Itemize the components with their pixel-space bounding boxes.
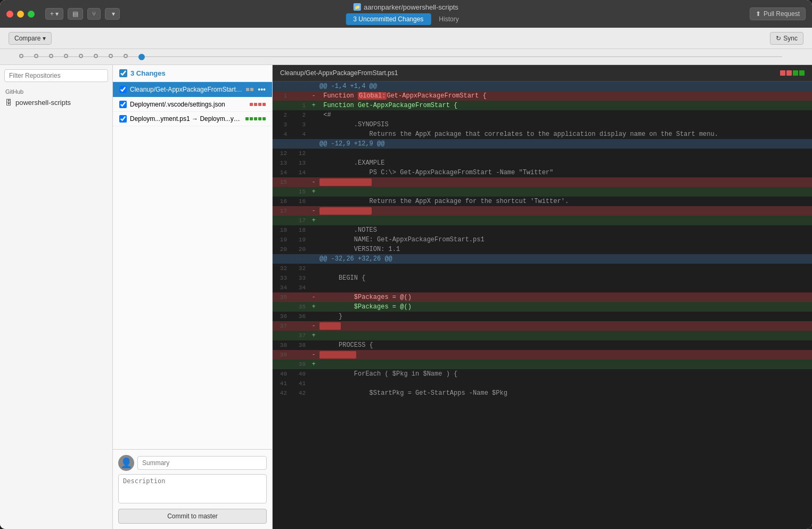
- line-marker: +: [310, 302, 317, 312]
- description-textarea[interactable]: [118, 474, 267, 503]
- sync-button[interactable]: ↻ Sync: [770, 32, 803, 45]
- line-content: [317, 283, 812, 292]
- line-marker: [310, 379, 317, 388]
- app-window: + ▾ ▤ ⑂ ▾ 📁 aaronparker/powershell-scrip…: [0, 0, 812, 529]
- repo-name: aaronparker/powershell-scripts: [364, 3, 458, 11]
- line-num-new: 18: [291, 225, 310, 235]
- diff-line: 1313 .EXAMPLE: [273, 158, 812, 168]
- diff-line: 3434: [273, 283, 812, 292]
- changes-panel: 3 Changes Cleanup/Get-AppxPackageFromSta…: [113, 65, 273, 529]
- line-num-old: 1: [273, 91, 291, 101]
- line-marker: [310, 197, 317, 206]
- commit-button[interactable]: Commit to master: [118, 509, 267, 524]
- change-item-1-name: Cleanup/Get-AppxPackageFromStart.ps1: [130, 86, 243, 93]
- add-button[interactable]: + ▾: [45, 8, 63, 20]
- tab-bar: 3 Uncommitted Changes History: [346, 13, 466, 25]
- line-marker: -: [310, 350, 317, 360]
- change-item-2[interactable]: Deployment/.vscode/settings.json: [113, 97, 272, 112]
- tab-history[interactable]: History: [431, 13, 466, 25]
- line-num-old: 33: [273, 273, 291, 283]
- diff-content[interactable]: ······@@ -1,4 +1,4 @@1- Function Global:…: [273, 82, 812, 529]
- line-num-new: 35: [291, 302, 310, 312]
- maximize-button[interactable]: [28, 11, 35, 18]
- compare-button[interactable]: Compare ▾: [9, 32, 52, 45]
- line-marker: [310, 388, 317, 398]
- main-area: GitHub 🗄 powershell-scripts 3 Changes Cl…: [0, 65, 812, 529]
- close-button[interactable]: [6, 11, 13, 18]
- sidebar-toggle-button[interactable]: ▤: [68, 8, 83, 20]
- line-num-new: 17: [291, 216, 310, 225]
- line-content: [317, 331, 812, 340]
- titlebar-center: 📁 aaronparker/powershell-scripts 3 Uncom…: [346, 3, 466, 25]
- line-num-old: 40: [273, 369, 291, 379]
- pull-request-button[interactable]: ⬆ Pull Request: [750, 7, 806, 20]
- line-num-new: [291, 91, 310, 101]
- line-content: [317, 149, 812, 158]
- line-num-old: [273, 101, 291, 110]
- change-item-3-dots: [245, 117, 266, 120]
- filter-repositories-input[interactable]: [4, 69, 108, 82]
- line-marker: [310, 245, 317, 254]
- line-content: Function Get-AppxPackageFromStart {: [317, 101, 812, 110]
- diff-line: 1- Function Global:Get-AppxPackageFromSt…: [273, 91, 812, 101]
- line-marker: [310, 158, 317, 168]
- change-item-2-checkbox[interactable]: [119, 101, 127, 108]
- diff-view-icons: [780, 70, 805, 76]
- sidebar-item-repo[interactable]: 🗄 powershell-scripts: [0, 96, 112, 109]
- change-item-3-checkbox[interactable]: [119, 115, 127, 123]
- line-num-new: 3: [291, 120, 310, 129]
- line-content: [317, 350, 812, 360]
- line-num-old: [273, 302, 291, 312]
- change-item-1[interactable]: Cleanup/Get-AppxPackageFromStart.ps1 •••: [113, 82, 272, 97]
- line-num-new: 2: [291, 110, 310, 120]
- line-content: $Packages = @(): [317, 302, 812, 312]
- branch-selector[interactable]: ▾: [105, 8, 120, 20]
- line-num-new: [291, 350, 310, 360]
- change-item-3[interactable]: Deploym...yment.ps1 → Deploym...yment.ps…: [113, 112, 272, 126]
- branch-bar: [0, 49, 812, 65]
- line-num-old: 32: [273, 264, 291, 273]
- line-num-new: 1: [291, 101, 310, 110]
- summary-input[interactable]: [137, 456, 267, 470]
- diff-line: 15-: [273, 177, 812, 187]
- commit-area: 👤 Commit to master: [113, 449, 272, 529]
- branch-switch-button[interactable]: ⑂: [87, 8, 101, 20]
- change-item-1-checkbox[interactable]: [119, 86, 127, 93]
- line-content: [317, 216, 812, 225]
- changes-count: 3 Changes: [130, 69, 166, 77]
- diff-view-icon-3: [793, 70, 798, 76]
- timeline-dot-4: [64, 54, 68, 58]
- line-num-new: 33: [291, 273, 310, 283]
- line-num-old: 2: [273, 110, 291, 120]
- diff-line: 2020 VERSION: 1.1: [273, 245, 812, 254]
- minimize-button[interactable]: [17, 11, 24, 18]
- line-content: .NOTES: [317, 225, 812, 235]
- diff-line: ······@@ -12,9 +12,9 @@: [273, 139, 812, 149]
- change-item-2-name: Deployment/.vscode/settings.json: [130, 101, 247, 108]
- compare-toolbar: Compare ▾ ↻ Sync: [0, 28, 812, 49]
- line-content: Function Global:Get-AppxPackageFromStart…: [317, 91, 812, 101]
- line-num-new: 12: [291, 149, 310, 158]
- diff-line: 17+: [273, 216, 812, 225]
- select-all-checkbox[interactable]: [119, 69, 127, 77]
- diff-line: 1616 Returns the AppX package for the sh…: [273, 197, 812, 206]
- more-icon[interactable]: •••: [258, 85, 266, 94]
- line-num-new: 37: [291, 331, 310, 340]
- line-num-new: 13: [291, 158, 310, 168]
- line-num-old: 34: [273, 283, 291, 292]
- line-num-new: 32: [291, 264, 310, 273]
- line-num-new: 39: [291, 360, 310, 369]
- chevron-down-icon: ▾: [43, 35, 46, 42]
- line-marker: [310, 225, 317, 235]
- tab-uncommitted-changes[interactable]: 3 Uncommitted Changes: [346, 13, 431, 25]
- diff-line: 1+ Function Get-AppxPackageFromStart {: [273, 101, 812, 110]
- line-marker: [310, 264, 317, 273]
- sidebar-icon: ▤: [72, 10, 78, 18]
- sidebar-section-github: GitHub: [0, 86, 112, 96]
- line-num-old: 20: [273, 245, 291, 254]
- sync-icon: ↻: [776, 35, 781, 42]
- line-content: [317, 321, 812, 331]
- line-num-new: 42: [291, 388, 310, 398]
- line-marker: [310, 110, 317, 120]
- line-num-new: [291, 321, 310, 331]
